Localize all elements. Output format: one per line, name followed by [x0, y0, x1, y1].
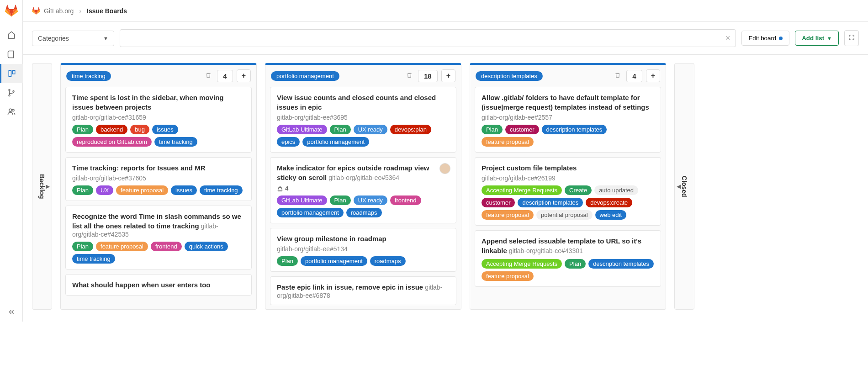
- board-selector[interactable]: Categories ▼: [32, 31, 114, 46]
- label-pill[interactable]: GitLab Ultimate: [277, 196, 327, 205]
- label-pill[interactable]: UX ready: [354, 196, 387, 205]
- merge-icon[interactable]: [0, 83, 23, 102]
- card-reference: gitlab-org/gitlab-ce#43301: [509, 247, 583, 254]
- label-pill[interactable]: feature proposal: [482, 210, 534, 220]
- add-list-button[interactable]: Add list ▼: [795, 31, 839, 46]
- delete-list-icon[interactable]: [613, 70, 623, 82]
- book-icon[interactable]: [0, 45, 23, 64]
- label-pill[interactable]: feature proposal: [96, 242, 148, 251]
- boards-icon[interactable]: [0, 64, 23, 83]
- list-title[interactable]: time tracking: [66, 71, 111, 81]
- label-pill[interactable]: Plan: [330, 125, 351, 134]
- chevron-right-icon: ▶: [46, 183, 50, 190]
- collapsed-list-backlog[interactable]: Backlog▶: [32, 63, 52, 310]
- label-pill[interactable]: frontend: [390, 196, 421, 205]
- label-pill[interactable]: portfolio management: [301, 256, 367, 266]
- label-pill[interactable]: portfolio management: [277, 208, 344, 217]
- label-pill[interactable]: frontend: [151, 242, 182, 251]
- label-pill[interactable]: feature proposal: [482, 271, 534, 281]
- label-pill[interactable]: Plan: [565, 259, 586, 269]
- collapsed-list-closed[interactable]: Closed◀: [674, 63, 694, 310]
- filter-search[interactable]: ×: [120, 29, 736, 47]
- list-title[interactable]: portfolio management: [271, 71, 339, 81]
- label-pill[interactable]: Plan: [482, 125, 503, 134]
- assignee-avatar[interactable]: [439, 163, 450, 174]
- label-pill[interactable]: issues: [152, 125, 178, 134]
- label-pill[interactable]: quick actions: [185, 242, 228, 251]
- label-pill[interactable]: roadmaps: [346, 208, 382, 217]
- card-title: View group milestone in roadmap: [277, 235, 386, 243]
- issue-card[interactable]: Time tracking: reports for Issues and MR…: [65, 157, 252, 201]
- label-pill[interactable]: bug: [130, 125, 149, 134]
- label-pill[interactable]: devops:create: [586, 198, 632, 207]
- label-pill[interactable]: backend: [96, 125, 127, 134]
- list-header: time tracking4+: [61, 65, 256, 87]
- label-pill[interactable]: portfolio management: [302, 137, 369, 147]
- members-icon[interactable]: [0, 102, 23, 122]
- breadcrumb-page[interactable]: Issue Boards: [87, 7, 127, 15]
- chevron-down-icon: ▼: [103, 36, 108, 41]
- add-card-button[interactable]: +: [646, 69, 660, 82]
- card-reference: gitlab-org/gitlab-ee#5134: [277, 245, 450, 253]
- label-pill[interactable]: epics: [277, 137, 300, 147]
- label-pill[interactable]: time tracking: [154, 137, 197, 147]
- edit-board-button[interactable]: Edit board: [741, 31, 789, 46]
- svg-point-5: [9, 109, 11, 111]
- gitlab-logo[interactable]: [5, 5, 18, 17]
- issue-card[interactable]: Append selected issuable template to URL…: [475, 230, 661, 287]
- breadcrumb: GitLab.org › Issue Boards: [23, 0, 868, 22]
- card-title: Allow .gitlab/ folders to have default t…: [482, 94, 649, 111]
- label-pill[interactable]: devops:plan: [390, 125, 431, 134]
- issue-card[interactable]: View group milestone in roadmapgitlab-or…: [270, 228, 456, 272]
- label-pill[interactable]: Plan: [277, 256, 298, 266]
- label-pill[interactable]: feature proposal: [116, 185, 168, 195]
- label-pill[interactable]: UX: [96, 185, 113, 195]
- issue-card[interactable]: Time spent is lost in the sidebar, when …: [65, 87, 252, 153]
- svg-rect-1: [13, 70, 15, 74]
- home-icon[interactable]: [0, 26, 23, 45]
- label-pill[interactable]: Plan: [72, 125, 93, 134]
- label-pill[interactable]: feature proposal: [482, 137, 534, 147]
- issue-card[interactable]: Recognize the word Time in slash command…: [65, 206, 252, 269]
- label-pill[interactable]: issues: [171, 185, 197, 195]
- label-pill[interactable]: Accepting Merge Requests: [482, 185, 562, 195]
- label-pill[interactable]: description templates: [542, 125, 607, 134]
- issue-card[interactable]: View issue counts and closed counts and …: [270, 87, 456, 153]
- list-count: 4: [217, 70, 233, 82]
- issue-card[interactable]: What should happen when user enters too: [65, 274, 252, 296]
- issue-card[interactable]: Paste epic link in issue, remove epic in…: [270, 276, 456, 305]
- clear-icon[interactable]: ×: [725, 33, 730, 43]
- label-pill[interactable]: Accepting Merge Requests: [482, 259, 562, 269]
- add-card-button[interactable]: +: [237, 69, 251, 82]
- label-pill[interactable]: description templates: [588, 259, 654, 269]
- board-list: time tracking4+Time spent is lost in the…: [60, 63, 257, 310]
- list-title[interactable]: description templates: [476, 71, 543, 81]
- label-pill[interactable]: Create: [565, 185, 592, 195]
- breadcrumb-org[interactable]: GitLab.org: [44, 7, 74, 15]
- label-pill[interactable]: Plan: [72, 185, 93, 195]
- list-count: 18: [418, 70, 438, 82]
- label-pill[interactable]: time tracking: [72, 254, 115, 264]
- collapse-sidebar-icon[interactable]: [0, 302, 23, 322]
- label-pill[interactable]: UX ready: [354, 125, 387, 134]
- label-pill[interactable]: roadmaps: [370, 256, 406, 266]
- label-pill[interactable]: reproduced on GitLab.com: [72, 137, 152, 147]
- label-pill[interactable]: customer: [505, 125, 539, 134]
- label-pill[interactable]: customer: [482, 198, 515, 207]
- delete-list-icon[interactable]: [203, 70, 213, 82]
- label-pill[interactable]: Plan: [330, 196, 351, 205]
- add-card-button[interactable]: +: [441, 69, 455, 82]
- issue-card[interactable]: Make indicator for epics outside roadmap…: [270, 157, 456, 223]
- label-pill[interactable]: auto updated: [594, 185, 638, 195]
- issue-card[interactable]: Allow .gitlab/ folders to have default t…: [475, 87, 661, 153]
- card-reference: gitlab-org/gitlab-ce#26199: [482, 174, 654, 182]
- label-pill[interactable]: description templates: [518, 198, 583, 207]
- label-pill[interactable]: web edit: [595, 210, 626, 220]
- label-pill[interactable]: GitLab Ultimate: [277, 125, 327, 134]
- label-pill[interactable]: potential proposal: [536, 210, 593, 220]
- label-pill[interactable]: Plan: [72, 242, 93, 251]
- delete-list-icon[interactable]: [404, 70, 414, 82]
- label-pill[interactable]: time tracking: [200, 185, 243, 195]
- focus-mode-button[interactable]: [844, 30, 859, 46]
- issue-card[interactable]: Project custom file templatesgitlab-org/…: [475, 157, 661, 226]
